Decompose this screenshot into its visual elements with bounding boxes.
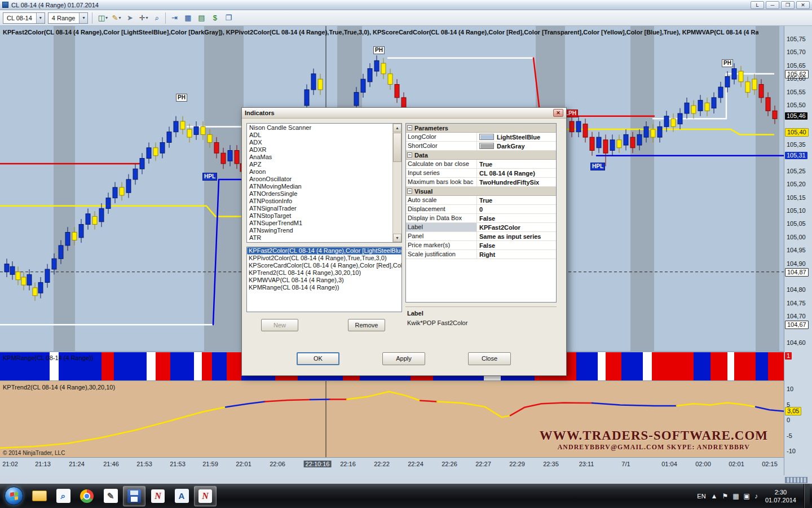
- indicator-list-item[interactable]: AroonOscillator: [248, 176, 392, 183]
- crosshair-button[interactable]: ✛▾: [137, 12, 149, 24]
- tray-flag-icon[interactable]: ⚑: [722, 492, 728, 500]
- scroll-down-icon[interactable]: ▼: [393, 234, 401, 242]
- indicator-list-item[interactable]: AnaMas: [248, 154, 392, 161]
- property-row[interactable]: Price marker(s)False: [406, 241, 556, 250]
- selected-indicator-item[interactable]: KPMRange(CL 08-14 (4 Range)): [247, 284, 401, 291]
- property-group-header[interactable]: −Parameters: [406, 124, 556, 133]
- maximize-button[interactable]: ❐: [781, 1, 795, 9]
- close-button[interactable]: ✕: [796, 1, 810, 9]
- indicator-list-item[interactable]: Nison Candle Scanner: [248, 124, 392, 132]
- property-value[interactable]: Right: [477, 250, 556, 259]
- property-row[interactable]: Input seriesCL 08-14 (4 Range): [406, 169, 556, 178]
- apply-button[interactable]: Apply: [382, 352, 425, 365]
- ninjatrader-button[interactable]: N: [147, 486, 169, 506]
- property-value[interactable]: DarkGray: [477, 142, 556, 150]
- period-selector[interactable]: 4 Range ▾: [48, 12, 89, 24]
- tray-up-icon[interactable]: ▲: [711, 492, 718, 500]
- export-button[interactable]: ▤: [195, 12, 208, 24]
- property-row[interactable]: Maximum bars look bacTwoHundredFiftySix: [406, 178, 556, 187]
- indicator-list-item[interactable]: ATNStopTarget: [248, 212, 392, 220]
- property-value[interactable]: KPFast2Color: [477, 223, 556, 231]
- show-desktop-button[interactable]: [804, 484, 810, 508]
- selected-indicator-item[interactable]: KPScoreCardColor(CL 08-14 (4 Range),Colo…: [247, 262, 401, 269]
- property-row[interactable]: Auto scaleTrue: [406, 196, 556, 205]
- bars-shift-button[interactable]: ⇥: [168, 12, 180, 24]
- taskbar-clock[interactable]: 2:30 01.07.2014: [763, 488, 798, 504]
- dialog-close-icon[interactable]: ✕: [553, 109, 563, 117]
- selected-indicator-item[interactable]: KPMWVAP(CL 08-14 (4 Range),3): [247, 277, 401, 284]
- collapse-icon[interactable]: −: [407, 125, 412, 130]
- indicator-list-item[interactable]: ADX: [248, 139, 392, 146]
- property-row[interactable]: Display in Data BoxFalse: [406, 214, 556, 223]
- property-value[interactable]: LightSteelBlue: [477, 133, 556, 141]
- property-row[interactable]: PanelSame as input series: [406, 232, 556, 241]
- chart-scroll-grip[interactable]: [785, 477, 807, 483]
- start-button[interactable]: [5, 487, 23, 505]
- drawing-tools-button[interactable]: ✎▾: [110, 12, 122, 24]
- new-window-button[interactable]: ❐: [222, 12, 235, 24]
- list-scrollbar[interactable]: ▲ ▼: [392, 124, 401, 242]
- search-button[interactable]: ⌕: [52, 486, 74, 506]
- instrument-selector[interactable]: CL 08-14 ▾: [3, 12, 45, 24]
- indicator-list-item[interactable]: ATNSignalTrader: [248, 205, 392, 212]
- dialog-titlebar[interactable]: Indicators ✕: [242, 108, 566, 119]
- indicator-list-item[interactable]: Aroon: [248, 168, 392, 176]
- property-row[interactable]: Displacement0: [406, 205, 556, 214]
- notes-button[interactable]: ✎: [99, 486, 122, 506]
- link-button[interactable]: L: [751, 1, 764, 9]
- indicator-list-item[interactable]: ATNMovingMedian: [248, 183, 392, 190]
- indicator-list-item[interactable]: ATNPostionInfo: [248, 198, 392, 205]
- document-button[interactable]: A: [170, 486, 193, 506]
- property-row[interactable]: ShortColorDarkGray: [406, 142, 556, 151]
- selected-indicator-item[interactable]: KPFast2Color(CL 08-14 (4 Range),Color [L…: [247, 247, 401, 255]
- available-indicators-list[interactable]: Nison Candle ScannerADLADXADXRAnaMasAPZA…: [246, 123, 402, 243]
- property-group-header[interactable]: −Data: [406, 151, 556, 160]
- close-dialog-button[interactable]: Close: [468, 352, 511, 365]
- collapse-icon[interactable]: −: [407, 152, 412, 157]
- chrome-button[interactable]: [76, 486, 98, 506]
- scroll-up-icon[interactable]: ▲: [393, 124, 401, 132]
- ninjatrader-2-button[interactable]: N: [194, 486, 217, 506]
- selected-indicator-item[interactable]: KPTrend2(CL 08-14 (4 Range),30,20,10): [247, 269, 401, 277]
- grid-button[interactable]: ▦: [182, 12, 194, 24]
- zoom-button[interactable]: ⌕: [151, 12, 163, 24]
- property-row[interactable]: Scale justificationRight: [406, 250, 556, 259]
- property-value[interactable]: 0: [477, 205, 556, 213]
- indicator-list-item[interactable]: ATR: [248, 234, 392, 242]
- property-value[interactable]: True: [477, 196, 556, 204]
- property-value[interactable]: False: [477, 241, 556, 249]
- property-value[interactable]: False: [477, 214, 556, 222]
- property-row[interactable]: LabelKPFast2Color: [406, 223, 556, 232]
- tray-network-icon[interactable]: ▦: [732, 492, 739, 500]
- property-grid[interactable]: −ParametersLongColorLightSteelBlueShortC…: [405, 123, 557, 303]
- price-axis[interactable]: 105,75105,70105,65105,62105,60105,55105,…: [784, 26, 812, 475]
- indicator-list-item[interactable]: ATNswingTrend: [248, 227, 392, 234]
- property-value[interactable]: CL 08-14 (4 Range): [477, 169, 556, 177]
- selected-indicators-list[interactable]: KPFast2Color(CL 08-14 (4 Range),Color [L…: [246, 247, 402, 312]
- property-value[interactable]: True: [477, 160, 556, 168]
- chart-style-button[interactable]: ◫▾: [96, 12, 109, 24]
- explorer-button[interactable]: [28, 486, 51, 506]
- property-group-header[interactable]: −Visual: [406, 187, 556, 196]
- remove-button[interactable]: Remove: [348, 319, 385, 331]
- tray-volume-icon[interactable]: ♪: [754, 492, 758, 500]
- property-value[interactable]: Same as input series: [477, 232, 556, 240]
- time-axis[interactable]: 21:0221:1321:2421:4621:5321:5321:5922:01…: [0, 457, 784, 475]
- property-row[interactable]: Calculate on bar closeTrue: [406, 160, 556, 169]
- pointer-button[interactable]: ➤: [123, 12, 136, 24]
- indicator-list-item[interactable]: ADL: [248, 132, 392, 139]
- save-button[interactable]: [123, 486, 145, 506]
- new-button[interactable]: New: [261, 319, 298, 331]
- indicator-list-item[interactable]: ATNSuperTrendM1: [248, 220, 392, 227]
- indicator-list-item[interactable]: APZ: [248, 161, 392, 168]
- minimize-button[interactable]: ─: [766, 1, 779, 9]
- indicator-list-item[interactable]: ADXR: [248, 146, 392, 154]
- property-value[interactable]: TwoHundredFiftySix: [477, 178, 556, 186]
- scrollbar-thumb[interactable]: [393, 133, 401, 162]
- collapse-icon[interactable]: −: [407, 189, 412, 194]
- ok-button[interactable]: OK: [297, 352, 339, 365]
- tray-display-icon[interactable]: ▣: [744, 492, 750, 500]
- indicator-list-item[interactable]: ATNOrdersSingle: [248, 190, 392, 198]
- property-row[interactable]: LongColorLightSteelBlue: [406, 133, 556, 142]
- dollar-button[interactable]: $: [209, 12, 221, 24]
